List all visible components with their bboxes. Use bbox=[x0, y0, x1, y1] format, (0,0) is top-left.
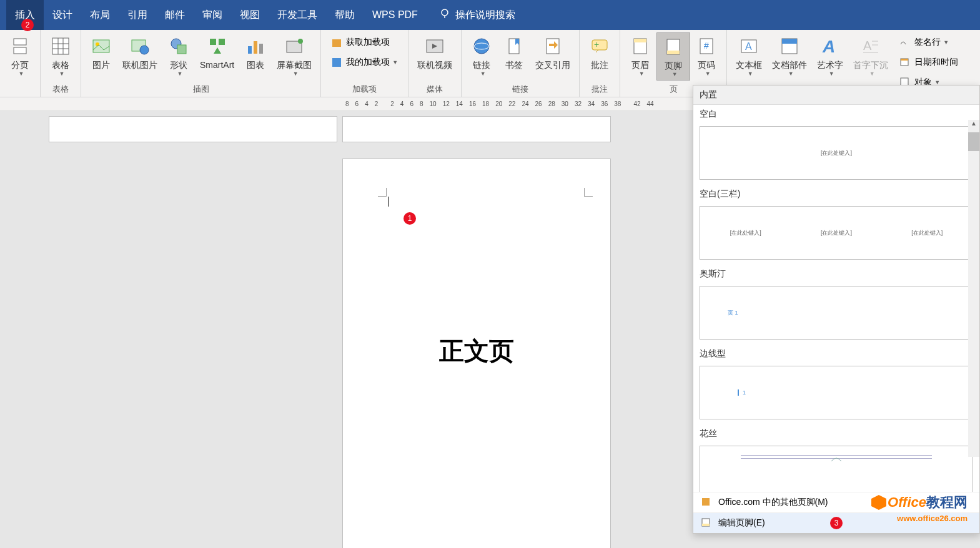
get-addins-button[interactable]: 获取加载项 bbox=[327, 35, 402, 50]
tab-wps-pdf[interactable]: WPS PDF bbox=[364, 0, 427, 30]
shapes-icon bbox=[167, 35, 190, 57]
group-label-illustrations: 插图 bbox=[85, 82, 317, 97]
calendar-icon bbox=[899, 57, 911, 68]
page-break-button[interactable]: 分页 ▼ bbox=[4, 32, 36, 79]
tell-me-search[interactable]: 操作说明搜索 bbox=[439, 8, 515, 22]
group-label-media: 媒体 bbox=[412, 82, 457, 97]
svg-rect-18 bbox=[248, 46, 252, 54]
cross-ref-icon bbox=[542, 35, 564, 57]
annotation-badge-3: 3 bbox=[830, 517, 843, 529]
chevron-down-icon: ▼ bbox=[748, 71, 753, 77]
document-page[interactable]: 正文页 bbox=[342, 159, 611, 548]
margin-corner-tr bbox=[584, 188, 593, 197]
link-icon bbox=[470, 35, 493, 57]
svg-rect-44 bbox=[782, 39, 797, 44]
page-number-icon: # bbox=[695, 35, 718, 57]
cross-reference-button[interactable]: 交叉引用 bbox=[530, 32, 575, 73]
online-video-button[interactable]: 联机视频 bbox=[412, 32, 457, 73]
table-button[interactable]: 表格 ▼ bbox=[44, 32, 77, 79]
prev-page-bottom[interactable] bbox=[49, 116, 337, 142]
textbox-icon: A bbox=[738, 35, 760, 57]
svg-marker-56 bbox=[871, 495, 886, 510]
quick-parts-button[interactable]: 文档部件 ▼ bbox=[767, 32, 812, 79]
tab-view[interactable]: 视图 bbox=[231, 0, 269, 30]
gallery-item-sideline[interactable]: 1 bbox=[700, 366, 973, 419]
svg-rect-4 bbox=[52, 38, 69, 54]
gallery-item-austin[interactable]: 页 1 bbox=[700, 286, 973, 340]
gallery-item-blank[interactable]: [在此处键入] bbox=[700, 126, 973, 180]
gallery-item-sideline-title: 边线型 bbox=[693, 345, 979, 363]
margin-corner-tl bbox=[378, 188, 387, 197]
header-icon bbox=[629, 35, 651, 57]
svg-rect-2 bbox=[14, 39, 26, 45]
gallery-item-filigree[interactable] bbox=[700, 446, 973, 492]
online-pictures-icon bbox=[129, 35, 151, 57]
signature-line-button[interactable]: 签名行 ▼ bbox=[896, 35, 962, 50]
video-icon bbox=[423, 35, 446, 57]
svg-rect-9 bbox=[93, 40, 109, 52]
office-icon bbox=[701, 497, 712, 508]
svg-text:A: A bbox=[822, 37, 835, 56]
svg-point-22 bbox=[298, 39, 303, 44]
lightbulb-icon bbox=[439, 8, 450, 22]
svg-text:A: A bbox=[863, 39, 872, 52]
tab-developer[interactable]: 开发工具 bbox=[269, 0, 326, 30]
chevron-down-icon: ▼ bbox=[869, 71, 875, 77]
gallery-item-blank-title: 空白 bbox=[693, 105, 979, 124]
online-pictures-button[interactable]: 联机图片 bbox=[117, 32, 162, 73]
chevron-down-icon: ▼ bbox=[639, 71, 645, 77]
bookmark-button[interactable]: 书签 bbox=[498, 32, 530, 73]
svg-rect-19 bbox=[254, 41, 257, 54]
ribbon-group-media: 联机视频 媒体 bbox=[408, 30, 462, 97]
tab-help[interactable]: 帮助 bbox=[326, 0, 364, 30]
chevron-down-icon: ▼ bbox=[943, 39, 949, 46]
chart-button[interactable]: 图表 bbox=[239, 32, 272, 73]
smartart-button[interactable]: SmartArt bbox=[195, 32, 239, 73]
shapes-button[interactable]: 形状 ▼ bbox=[162, 32, 195, 79]
textbox-button[interactable]: A 文本框 ▼ bbox=[731, 32, 767, 79]
group-label-comments: 批注 bbox=[583, 82, 616, 97]
annotation-badge-1: 1 bbox=[403, 212, 416, 225]
header-button[interactable]: 页眉 ▼ bbox=[624, 32, 656, 79]
page-number-button[interactable]: # 页码 ▼ bbox=[690, 32, 723, 79]
ribbon-group-illustrations: 图片 联机图片 形状 ▼ SmartArt 图表 屏幕截图 bbox=[81, 30, 321, 97]
prev-page-bottom-right[interactable] bbox=[342, 116, 611, 142]
smartart-icon bbox=[206, 35, 229, 57]
edit-footer-icon bbox=[701, 517, 712, 529]
my-addins-button[interactable]: 我的加载项 ▼ bbox=[327, 55, 402, 70]
drop-cap-button[interactable]: A 首字下沉 ▼ bbox=[848, 32, 893, 79]
group-label-links: 链接 bbox=[465, 82, 575, 97]
date-time-button[interactable]: 日期和时间 bbox=[896, 55, 962, 70]
footer-button[interactable]: 页脚 ▼ bbox=[656, 32, 690, 81]
gallery-scrollbar[interactable]: ▲ bbox=[968, 120, 979, 457]
tab-review[interactable]: 审阅 bbox=[194, 0, 231, 30]
tab-references[interactable]: 引用 bbox=[119, 0, 156, 30]
scrollbar-thumb[interactable] bbox=[968, 132, 979, 151]
svg-text:+: + bbox=[594, 39, 599, 49]
svg-rect-14 bbox=[177, 45, 186, 54]
ribbon-group-comments: + 批注 批注 bbox=[580, 30, 620, 97]
scroll-up-icon[interactable]: ▲ bbox=[968, 120, 979, 131]
chevron-down-icon: ▼ bbox=[672, 71, 678, 77]
annotation-badge-2: 2 bbox=[21, 19, 34, 31]
tab-design[interactable]: 设计 bbox=[44, 0, 81, 30]
group-label-addins: 加载项 bbox=[325, 82, 404, 97]
chevron-down-icon: ▼ bbox=[19, 71, 24, 77]
tab-mailings[interactable]: 邮件 bbox=[156, 0, 194, 30]
gallery-item-blank3-title: 空白(三栏) bbox=[693, 185, 979, 203]
ribbon-tabs-bar: 插入 设计 布局 引用 邮件 审阅 视图 开发工具 帮助 WPS PDF 操作说… bbox=[0, 0, 980, 30]
tab-layout[interactable]: 布局 bbox=[81, 0, 119, 30]
link-button[interactable]: 链接 ▼ bbox=[465, 32, 498, 79]
wordart-button[interactable]: A 艺术字 ▼ bbox=[812, 32, 848, 79]
chevron-down-icon: ▼ bbox=[480, 71, 486, 77]
chevron-down-icon: ▼ bbox=[392, 59, 398, 66]
ribbon-group-tables: 表格 ▼ 表格 bbox=[41, 30, 81, 97]
document-heading[interactable]: 正文页 bbox=[343, 334, 610, 368]
chevron-down-icon: ▼ bbox=[293, 71, 299, 77]
screenshot-button[interactable]: 屏幕截图 ▼ bbox=[272, 32, 317, 79]
footer-icon bbox=[662, 36, 685, 58]
gallery-item-blank3[interactable]: [在此处键入] [在此处键入] [在此处键入] bbox=[700, 206, 973, 260]
pictures-button[interactable]: 图片 bbox=[85, 32, 117, 73]
comment-button[interactable]: + 批注 bbox=[583, 32, 616, 73]
group-label-tables: 表格 bbox=[44, 82, 77, 97]
